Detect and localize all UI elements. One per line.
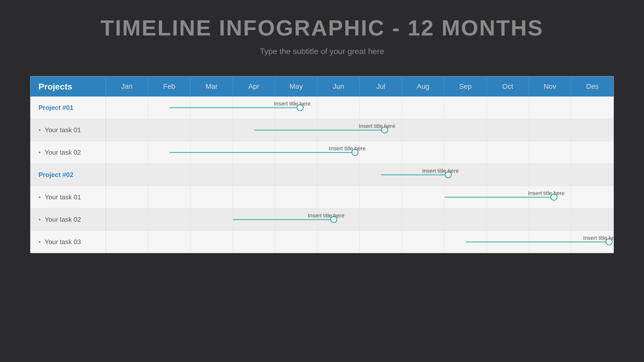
grid-cell — [402, 119, 444, 141]
gantt-row: •Your task 02Insert title here — [30, 141, 614, 164]
grid-cell — [317, 208, 360, 231]
grid-cell — [275, 208, 317, 231]
header-month-jan: Jan — [106, 76, 148, 97]
grid-cell — [148, 141, 190, 163]
grid-cell — [190, 119, 233, 141]
grid-cell — [402, 141, 444, 163]
grid-cell — [148, 186, 190, 208]
gantt-row: •Your task 01Insert title here — [30, 119, 614, 141]
grid-cell — [444, 119, 487, 141]
grid-cell — [233, 141, 275, 163]
grid-cell — [360, 208, 402, 231]
grid-cell — [106, 97, 148, 119]
grid-cell — [402, 164, 444, 186]
grid-cell — [487, 231, 529, 253]
task-label: •Your task 02 — [30, 208, 106, 231]
grid-cell — [487, 97, 529, 119]
grid-cell — [487, 208, 529, 231]
header-month-jul: Jul — [360, 76, 402, 97]
grid-cell — [360, 164, 402, 186]
grid-cell — [233, 231, 275, 253]
gantt-chart: Projects Jan Feb Mar Apr May Jun Jul Aug… — [30, 76, 614, 253]
grid-cell — [487, 186, 529, 208]
grid-cell — [487, 119, 529, 141]
grid-cell — [190, 208, 233, 231]
grid-cell — [360, 141, 402, 163]
grid-cell — [360, 97, 402, 119]
grid-cell — [571, 164, 614, 186]
grid-cell — [529, 164, 571, 186]
header-projects-label: Projects — [30, 76, 106, 97]
grid-cell — [275, 119, 317, 141]
gantt-row: Project #02Insert title here — [30, 164, 614, 186]
grid-cell — [360, 186, 402, 208]
header-month-nov: Nov — [529, 76, 571, 97]
task-label: •Your task 03 — [30, 231, 106, 253]
grid-cell — [317, 164, 360, 186]
grid-cell — [148, 231, 190, 253]
grid-cell — [360, 231, 402, 253]
grid-cell — [317, 119, 360, 141]
gantt-row: •Your task 03Insert title here — [30, 231, 614, 253]
page-title: TIMELINE INFOGRAPHIC - 12 MONTHS — [101, 15, 544, 41]
grid-cell — [444, 186, 487, 208]
grid-cell — [190, 186, 233, 208]
grid-cell — [360, 119, 402, 141]
grid-cell — [106, 208, 148, 231]
grid-cell — [571, 119, 614, 141]
task-label: •Your task 01 — [30, 186, 106, 208]
project-label: Project #01 — [30, 97, 106, 119]
grid-cell — [106, 119, 148, 141]
grid-cell — [487, 141, 529, 163]
grid-cell — [233, 208, 275, 231]
grid-cell — [317, 186, 360, 208]
grid-cell — [233, 97, 275, 119]
grid-cell — [317, 231, 360, 253]
grid-cell — [233, 186, 275, 208]
project-label: Project #02 — [30, 164, 106, 186]
grid-cell — [317, 141, 360, 163]
grid-cell — [571, 208, 614, 231]
grid-cell — [106, 141, 148, 163]
grid-cell — [444, 231, 487, 253]
grid-cell — [317, 97, 360, 119]
grid-cell — [529, 231, 571, 253]
grid-cell — [444, 141, 487, 163]
grid-cell — [275, 186, 317, 208]
header-month-aug: Aug — [402, 76, 444, 97]
grid-cell — [148, 208, 190, 231]
grid-cell — [106, 231, 148, 253]
task-label: •Your task 02 — [30, 141, 106, 163]
header-month-des: Des — [571, 76, 614, 97]
grid-cell — [444, 208, 487, 231]
grid-cell — [402, 186, 444, 208]
grid-cell — [529, 119, 571, 141]
grid-cell — [529, 208, 571, 231]
grid-cell — [529, 141, 571, 163]
grid-cell — [529, 186, 571, 208]
grid-cell — [571, 231, 614, 253]
grid-cell — [402, 97, 444, 119]
grid-cell — [148, 164, 190, 186]
grid-cell — [275, 231, 317, 253]
grid-cell — [233, 164, 275, 186]
grid-cell — [487, 164, 529, 186]
page-subtitle: Type the subtitle of your great here — [260, 47, 384, 56]
grid-cell — [148, 97, 190, 119]
grid-cell — [275, 141, 317, 163]
gantt-row: Project #01Insert title here — [30, 97, 614, 119]
grid-cell — [529, 97, 571, 119]
gantt-header: Projects Jan Feb Mar Apr May Jun Jul Aug… — [30, 76, 614, 97]
grid-cell — [402, 231, 444, 253]
task-label: •Your task 01 — [30, 119, 106, 141]
grid-cell — [190, 141, 233, 163]
header-month-oct: Oct — [487, 76, 529, 97]
header-month-sep: Sep — [444, 76, 487, 97]
grid-cell — [571, 186, 614, 208]
header-month-may: May — [275, 76, 317, 97]
grid-cell — [190, 231, 233, 253]
gantt-row: •Your task 01Insert title here — [30, 186, 614, 208]
gantt-row: •Your task 02Insert title here — [30, 208, 614, 231]
grid-cell — [444, 164, 487, 186]
grid-cell — [275, 164, 317, 186]
